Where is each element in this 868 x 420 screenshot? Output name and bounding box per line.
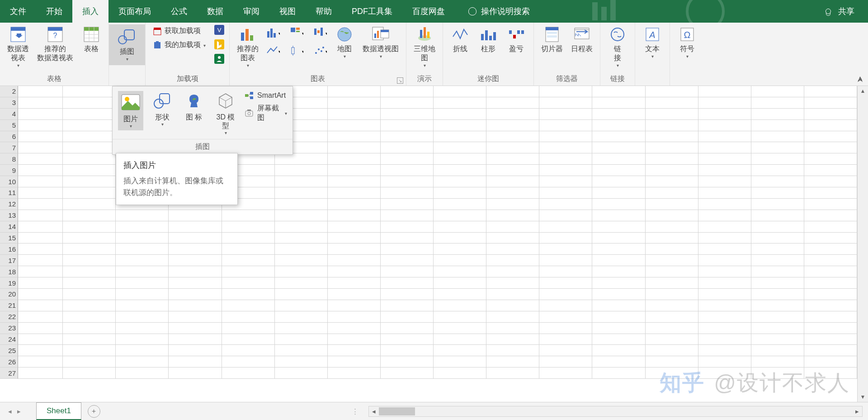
sparkline-line-label: 折线 <box>453 44 467 53</box>
maps-button[interactable]: 地图▾ <box>332 24 357 60</box>
tab-data[interactable]: 数据 <box>197 0 233 23</box>
share-label: 共享 <box>838 6 854 17</box>
row-header[interactable]: 13 <box>0 210 18 221</box>
tell-me-search[interactable]: 操作说明搜索 <box>468 6 530 17</box>
3dmodel-button[interactable]: 3D 模 型▾ <box>213 91 238 135</box>
row-header[interactable]: 11 <box>0 187 18 199</box>
row-header[interactable]: 7 <box>0 142 18 153</box>
tab-review[interactable]: 审阅 <box>233 0 269 23</box>
people-graph-icon[interactable] <box>214 53 225 64</box>
row-header[interactable]: 4 <box>0 109 18 120</box>
row-header[interactable]: 17 <box>0 255 18 266</box>
horizontal-scrollbar[interactable]: ◂ ▸ <box>368 406 863 417</box>
row-header[interactable]: 27 <box>0 368 18 379</box>
link-button[interactable]: 链 接▾ <box>605 24 630 69</box>
scroll-right-arrow[interactable]: ▸ <box>852 407 862 415</box>
svg-rect-64 <box>493 32 496 40</box>
row-header[interactable]: 22 <box>0 311 18 323</box>
scatter-chart-button[interactable]: ▾ <box>311 43 329 59</box>
collapse-ribbon-button[interactable]: ⮝ <box>857 76 863 83</box>
tab-baidu[interactable]: 百度网盘 <box>402 0 455 23</box>
smartart-button[interactable]: SmartArt <box>245 91 287 100</box>
shapes-button[interactable]: 形状▾ <box>150 91 175 127</box>
hierarchy-chart-button[interactable]: ▾ <box>288 24 306 41</box>
sparkline-line-button[interactable]: 折线 <box>448 24 473 54</box>
vertical-scrollbar[interactable]: ▲ ▼ <box>857 86 868 402</box>
svg-point-80 <box>125 97 129 101</box>
chevron-down-icon: ▾ <box>651 54 654 59</box>
tab-formulas[interactable]: 公式 <box>161 0 197 23</box>
bing-icon[interactable] <box>214 39 225 50</box>
row-header[interactable]: 21 <box>0 300 18 311</box>
svg-text:▾: ▾ <box>278 31 280 36</box>
text-button[interactable]: A 文本▾ <box>640 24 665 60</box>
symbol-button[interactable]: Ω 符号▾ <box>675 24 700 60</box>
icons-button[interactable]: 图 标 <box>181 91 207 121</box>
svg-text:▾: ▾ <box>302 49 303 54</box>
row-header[interactable]: 19 <box>0 277 18 289</box>
sparkline-column-button[interactable]: 柱形 <box>476 24 501 54</box>
recommended-pivot-button[interactable]: ? 推荐的 数据透视表 <box>34 24 76 63</box>
illustrations-button[interactable]: 插图▾ <box>109 24 145 65</box>
charts-dialog-launcher[interactable]: ↘ <box>397 77 403 84</box>
row-header[interactable]: 8 <box>0 153 18 165</box>
sparkline-winloss-button[interactable]: 盈亏 <box>504 24 529 54</box>
visio-icon[interactable]: V <box>214 24 225 35</box>
row-header[interactable]: 14 <box>0 221 18 233</box>
svg-text:A: A <box>649 30 655 40</box>
row-header[interactable]: 12 <box>0 199 18 210</box>
sparkline-column-icon <box>479 25 497 43</box>
recommended-charts-button[interactable]: 推荐的 图表▾ <box>234 24 261 69</box>
svg-rect-81 <box>160 94 170 104</box>
tab-file[interactable]: 文件 <box>0 0 36 23</box>
slicer-button[interactable]: 切片器 <box>538 24 566 54</box>
link-icon <box>609 25 627 43</box>
svg-rect-58 <box>420 30 422 38</box>
tab-view[interactable]: 视图 <box>269 0 306 23</box>
tab-home[interactable]: 开始 <box>36 0 72 23</box>
tab-pagelayout[interactable]: 页面布局 <box>108 0 161 23</box>
scroll-thumb[interactable] <box>379 407 415 415</box>
tab-pdf[interactable]: PDF工具集 <box>342 0 402 23</box>
insert-picture-button[interactable]: 图片▾ <box>118 91 143 130</box>
table-icon <box>82 25 100 43</box>
tab-insert[interactable]: 插入 <box>72 0 108 23</box>
pivot-table-button[interactable]: 数据透 视表▾ <box>5 24 32 69</box>
my-addins-button[interactable]: 我的加载项 ▾ <box>150 38 208 52</box>
add-sheet-button[interactable]: ＋ <box>88 405 100 418</box>
sheet-prev-button[interactable]: ◂ <box>8 407 12 415</box>
waterfall-chart-button[interactable]: ▾ <box>311 24 329 41</box>
row-header[interactable]: 10 <box>0 176 18 187</box>
row-header[interactable]: 23 <box>0 323 18 334</box>
row-header[interactable]: 20 <box>0 289 18 300</box>
scroll-up-arrow[interactable]: ▲ <box>858 86 868 96</box>
row-header[interactable]: 25 <box>0 345 18 356</box>
3dmap-button[interactable]: 三维地 图▾ <box>411 24 438 69</box>
row-header[interactable]: 15 <box>0 233 18 244</box>
line-chart-button[interactable]: ▾ <box>264 43 282 59</box>
table-button[interactable]: 表格 <box>79 24 104 54</box>
row-header[interactable]: 9 <box>0 165 18 176</box>
column-chart-button[interactable]: ▾ <box>264 24 282 41</box>
row-header[interactable]: 6 <box>0 131 18 143</box>
row-header[interactable]: 5 <box>0 120 18 131</box>
sheet-tab[interactable]: Sheet1 <box>36 402 81 420</box>
svg-rect-33 <box>291 28 295 32</box>
sheet-tab-divider[interactable]: ⋮ <box>352 407 359 415</box>
sheet-next-button[interactable]: ▸ <box>17 407 21 415</box>
row-header[interactable]: 18 <box>0 266 18 277</box>
scroll-down-arrow[interactable]: ▼ <box>858 392 868 402</box>
row-header[interactable]: 24 <box>0 334 18 345</box>
share-button[interactable]: 共享 <box>826 6 854 17</box>
row-header[interactable]: 16 <box>0 243 18 255</box>
get-addins-button[interactable]: 获取加载项 <box>150 24 208 38</box>
timeline-button[interactable]: 日程表 <box>568 24 595 54</box>
tab-help[interactable]: 帮助 <box>306 0 342 23</box>
row-header[interactable]: 26 <box>0 356 18 368</box>
scroll-left-arrow[interactable]: ◂ <box>369 407 379 415</box>
pivot-chart-button[interactable]: 数据透视图▾ <box>360 24 401 60</box>
row-header[interactable]: 3 <box>0 97 18 109</box>
row-header[interactable]: 2 <box>0 86 18 97</box>
statistic-chart-button[interactable]: ▾ <box>288 43 306 59</box>
screenshot-button[interactable]: 屏幕截图 ▾ <box>245 104 287 123</box>
